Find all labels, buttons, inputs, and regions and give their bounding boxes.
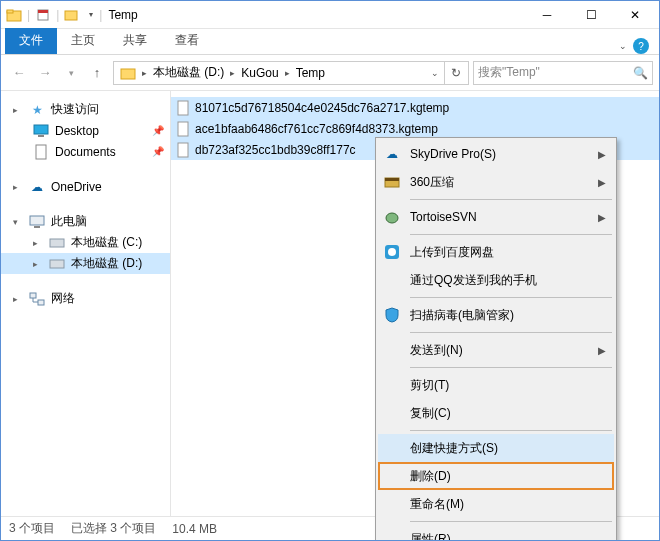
qat-sep3: | xyxy=(99,8,102,22)
context-menu: ☁ SkyDrive Pro(S) ▶ 360压缩 ▶ TortoiseSVN … xyxy=(375,137,617,541)
pc-icon xyxy=(29,214,45,230)
sidebar-item-thispc[interactable]: ▾ 此电脑 xyxy=(1,211,170,232)
menu-item-copy[interactable]: 复制(C) xyxy=(378,399,614,427)
desktop-icon xyxy=(33,123,49,139)
sidebar-item-desktop[interactable]: Desktop 📌 xyxy=(1,120,170,141)
sidebar-label: 网络 xyxy=(51,290,75,307)
help-icon[interactable]: ? xyxy=(633,38,649,54)
file-icon xyxy=(175,142,191,158)
menu-separator xyxy=(410,430,612,431)
menu-item-skydrive[interactable]: ☁ SkyDrive Pro(S) ▶ xyxy=(378,140,614,168)
file-icon xyxy=(175,121,191,137)
sidebar-label: 本地磁盘 (D:) xyxy=(71,255,142,272)
search-icon[interactable]: 🔍 xyxy=(633,66,648,80)
sidebar-item-quick-access[interactable]: ▸ ★ 快速访问 xyxy=(1,99,170,120)
svg-rect-1 xyxy=(7,10,13,13)
svg-rect-8 xyxy=(36,145,46,159)
sidebar-item-documents[interactable]: Documents 📌 xyxy=(1,141,170,162)
svg-point-20 xyxy=(386,213,398,223)
chevron-right-icon: ▶ xyxy=(598,345,606,356)
network-icon xyxy=(29,291,45,307)
chevron-right-icon: ▶ xyxy=(598,212,606,223)
breadcrumb-seg-2[interactable]: Temp xyxy=(292,62,329,84)
chevron-down-icon: ▾ xyxy=(13,217,23,227)
sidebar-item-drive-c[interactable]: ▸ 本地磁盘 (C:) xyxy=(1,232,170,253)
skydrive-icon: ☁ xyxy=(382,144,402,164)
window-title: Temp xyxy=(108,8,137,22)
sidebar-item-onedrive[interactable]: ▸ ☁ OneDrive xyxy=(1,176,170,197)
menu-item-shortcut[interactable]: 创建快捷方式(S) xyxy=(378,434,614,462)
status-item-count: 3 个项目 xyxy=(9,520,55,537)
zip-icon xyxy=(382,172,402,192)
nav-up-button[interactable]: ↑ xyxy=(85,61,109,85)
breadcrumb-seg-0[interactable]: 本地磁盘 (D:) xyxy=(149,62,228,84)
pin-icon: 📌 xyxy=(152,146,164,157)
menu-item-360zip[interactable]: 360压缩 ▶ xyxy=(378,168,614,196)
maximize-button[interactable]: ☐ xyxy=(569,1,613,29)
chevron-right-icon: ▸ xyxy=(33,259,43,269)
list-item[interactable]: 81071c5d76718504c4e0245dc76a2717.kgtemp xyxy=(171,97,659,118)
chevron-right-icon: ▶ xyxy=(598,177,606,188)
chevron-right-icon: ▸ xyxy=(13,105,23,115)
breadcrumb-seg-1[interactable]: KuGou xyxy=(237,62,282,84)
menu-item-tortoisesvn[interactable]: TortoiseSVN ▶ xyxy=(378,203,614,231)
menu-item-cut[interactable]: 剪切(T) xyxy=(378,371,614,399)
sidebar-item-drive-d[interactable]: ▸ 本地磁盘 (D:) xyxy=(1,253,170,274)
close-button[interactable]: ✕ xyxy=(613,1,657,29)
svg-rect-16 xyxy=(178,122,188,136)
refresh-icon[interactable]: ↻ xyxy=(444,62,466,84)
chevron-right-icon[interactable]: ▸ xyxy=(140,68,149,78)
status-size: 10.4 MB xyxy=(172,522,217,536)
sidebar-item-network[interactable]: ▸ 网络 xyxy=(1,288,170,309)
ribbon-file-tab[interactable]: 文件 xyxy=(5,28,57,54)
baidu-icon xyxy=(382,242,402,262)
menu-item-delete[interactable]: 删除(D) xyxy=(378,462,614,490)
navbar: ← → ▾ ↑ ▸ 本地磁盘 (D:) ▸ KuGou ▸ Temp ⌄ ↻ 搜… xyxy=(1,55,659,91)
file-name: 81071c5d76718504c4e0245dc76a2717.kgtemp xyxy=(195,101,449,115)
list-item[interactable]: ace1bfaab6486cf761cc7c869f4d8373.kgtemp xyxy=(171,118,659,139)
svg-rect-13 xyxy=(30,293,36,298)
ribbon-tab-home[interactable]: 主页 xyxy=(57,28,109,54)
menu-item-scan[interactable]: 扫描病毒(电脑管家) xyxy=(378,301,614,329)
nav-recent-dropdown[interactable]: ▾ xyxy=(59,61,83,85)
qat-newfolder-icon[interactable] xyxy=(61,4,83,26)
qat-properties-icon[interactable] xyxy=(32,4,54,26)
ribbon-tab-view[interactable]: 查看 xyxy=(161,28,213,54)
qat-dropdown-icon[interactable]: ▾ xyxy=(85,4,97,26)
svg-rect-10 xyxy=(34,226,40,228)
menu-item-sendto[interactable]: 发送到(N) ▶ xyxy=(378,336,614,364)
documents-icon xyxy=(33,144,49,160)
sidebar-label: 此电脑 xyxy=(51,213,87,230)
menu-separator xyxy=(410,199,612,200)
menu-item-properties[interactable]: 属性(R) xyxy=(378,525,614,541)
ribbon-expand-icon[interactable]: ⌄ xyxy=(619,41,627,51)
ribbon-tab-share[interactable]: 共享 xyxy=(109,28,161,54)
svg-rect-9 xyxy=(30,216,44,225)
tortoise-icon xyxy=(382,207,402,227)
menu-separator xyxy=(410,367,612,368)
menu-separator xyxy=(410,234,612,235)
sidebar-label: Documents xyxy=(55,145,116,159)
menu-item-baidu[interactable]: 上传到百度网盘 xyxy=(378,238,614,266)
ribbon: 文件 主页 共享 查看 ⌄ ? xyxy=(1,29,659,55)
menu-item-rename[interactable]: 重命名(M) xyxy=(378,490,614,518)
sidebar-label: 本地磁盘 (C:) xyxy=(71,234,142,251)
menu-separator xyxy=(410,297,612,298)
menu-item-qq[interactable]: 通过QQ发送到我的手机 xyxy=(378,266,614,294)
chevron-right-icon[interactable]: ▸ xyxy=(228,68,237,78)
breadcrumb-root-icon[interactable] xyxy=(116,62,140,84)
folder-icon xyxy=(3,4,25,26)
minimize-button[interactable]: ─ xyxy=(525,1,569,29)
search-input[interactable]: 搜索"Temp" 🔍 xyxy=(473,61,653,85)
nav-forward-button[interactable]: → xyxy=(33,61,57,85)
chevron-right-icon: ▸ xyxy=(13,294,23,304)
svg-rect-11 xyxy=(50,239,64,247)
breadcrumb[interactable]: ▸ 本地磁盘 (D:) ▸ KuGou ▸ Temp ⌄ ↻ xyxy=(113,61,469,85)
qat-sep: | xyxy=(27,8,30,22)
svg-rect-19 xyxy=(385,178,399,181)
breadcrumb-dropdown-icon[interactable]: ⌄ xyxy=(426,68,444,78)
drive-icon xyxy=(49,256,65,272)
chevron-right-icon[interactable]: ▸ xyxy=(283,68,292,78)
nav-back-button[interactable]: ← xyxy=(7,61,31,85)
svg-rect-12 xyxy=(50,260,64,268)
